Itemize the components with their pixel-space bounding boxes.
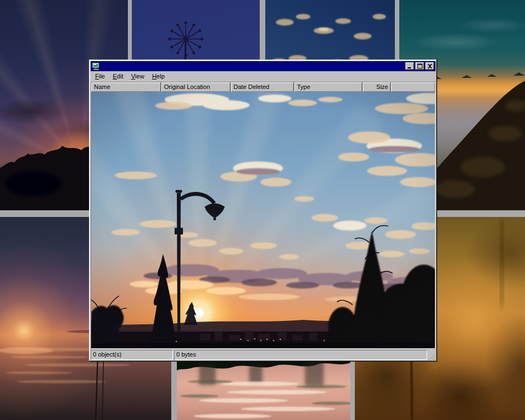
- menu-view[interactable]: View: [127, 72, 148, 81]
- recycle-bin-window: File Edit View Help Name Original Locati…: [89, 60, 437, 362]
- column-header-row: Name Original Location Date Deleted Type…: [91, 82, 435, 92]
- column-header-original-location[interactable]: Original Location: [161, 82, 231, 92]
- content-photo-sunset-streetlamp: [91, 92, 435, 348]
- menu-help[interactable]: Help: [148, 72, 169, 81]
- resize-grip[interactable]: [428, 350, 435, 360]
- status-total-size: 0 bytes: [174, 350, 427, 360]
- column-header-size[interactable]: Size: [363, 82, 391, 92]
- column-header-filler: [391, 82, 435, 92]
- maximize-button[interactable]: [415, 62, 424, 70]
- desktop-collage: File Edit View Help Name Original Locati…: [0, 0, 525, 420]
- column-header-date-deleted[interactable]: Date Deleted: [231, 82, 294, 92]
- column-header-type[interactable]: Type: [294, 82, 363, 92]
- close-button[interactable]: [425, 62, 434, 70]
- titlebar[interactable]: [91, 61, 435, 71]
- column-header-name[interactable]: Name: [91, 82, 161, 92]
- status-object-count: 0 object(s): [91, 350, 173, 360]
- menu-file[interactable]: File: [91, 72, 109, 81]
- menu-bar: File Edit View Help: [91, 71, 435, 81]
- minimize-button[interactable]: [405, 62, 414, 70]
- menu-edit[interactable]: Edit: [109, 72, 127, 81]
- status-bar: 0 object(s) 0 bytes: [91, 350, 435, 360]
- computer-window-icon[interactable]: [92, 62, 101, 71]
- list-view: Name Original Location Date Deleted Type…: [91, 82, 435, 349]
